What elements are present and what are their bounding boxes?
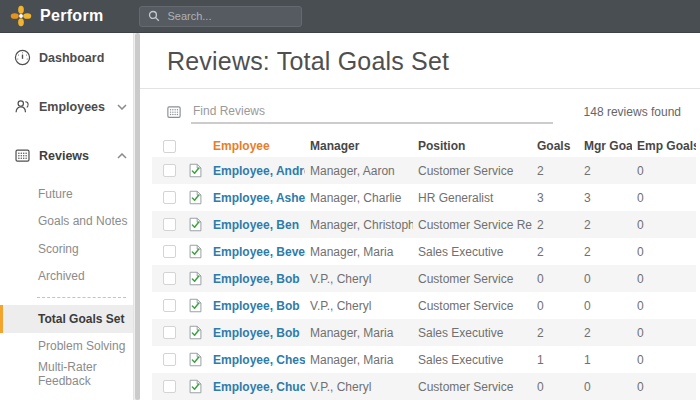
table-row: Employee, Andrew Manager, Aaron Customer… <box>152 157 696 184</box>
perform-logo-icon <box>10 5 32 27</box>
goals-cell: 0 <box>532 299 579 313</box>
row-checkbox[interactable] <box>163 245 176 258</box>
sidebar-scrollbar[interactable] <box>133 33 140 400</box>
global-search-input[interactable] <box>167 10 309 22</box>
column-header-employee[interactable]: Employee <box>208 139 305 153</box>
topbar: Perform <box>0 0 700 33</box>
column-header-position[interactable]: Position <box>413 139 532 153</box>
person-icon <box>13 97 33 117</box>
review-doc-check-icon[interactable] <box>188 325 203 340</box>
page-title: Reviews: Total Goals Set <box>140 33 700 76</box>
row-checkbox[interactable] <box>163 218 176 231</box>
position-cell: Customer Service <box>413 380 532 394</box>
review-doc-check-icon[interactable] <box>188 217 203 232</box>
review-doc-check-icon[interactable] <box>188 163 203 178</box>
sidebar-item-archived[interactable]: Archived <box>0 263 140 291</box>
position-cell: Sales Executive <box>413 245 532 259</box>
employee-link[interactable]: Employee, Bob <box>213 299 300 313</box>
emp-goals-cell: 0 <box>632 245 696 259</box>
mgr-goals-cell: 2 <box>579 218 632 232</box>
row-checkbox[interactable] <box>163 299 176 312</box>
employee-link[interactable]: Employee, Beverly <box>213 245 305 259</box>
emp-goals-cell: 0 <box>632 191 696 205</box>
mgr-goals-cell: 2 <box>579 164 632 178</box>
find-reviews-input[interactable] <box>191 100 553 124</box>
review-doc-check-icon[interactable] <box>188 298 203 313</box>
review-doc-check-icon[interactable] <box>188 190 203 205</box>
goals-cell: 2 <box>532 164 579 178</box>
manager-cell: Manager, Christopher <box>305 218 413 232</box>
position-cell: Customer Service Rep. <box>413 218 532 232</box>
mgr-goals-cell: 3 <box>579 191 632 205</box>
brand-name: Perform <box>40 7 103 25</box>
position-cell: Sales Executive <box>413 326 532 340</box>
sidebar-divider <box>37 297 126 298</box>
row-checkbox[interactable] <box>163 353 176 366</box>
review-doc-check-icon[interactable] <box>188 352 203 367</box>
chevron-down-icon <box>117 104 127 110</box>
table-header-row: Employee Manager Position Goals Mgr Goal… <box>152 135 696 157</box>
results-count: 148 reviews found <box>584 105 681 119</box>
manager-cell: V.P., Cheryl <box>305 380 413 394</box>
sidebar-item-future[interactable]: Future <box>0 180 140 208</box>
employee-link[interactable]: Employee, Asher <box>213 191 305 205</box>
manager-cell: V.P., Cheryl <box>305 272 413 286</box>
review-doc-check-icon[interactable] <box>188 271 203 286</box>
sidebar-item-goals-and-notes[interactable]: Goals and Notes <box>0 208 140 236</box>
position-cell: Customer Service <box>413 272 532 286</box>
row-checkbox[interactable] <box>163 326 176 339</box>
review-doc-check-icon[interactable] <box>188 244 203 259</box>
table-row: Employee, Chuck V.P., Cheryl Customer Se… <box>152 373 696 400</box>
mgr-goals-cell: 2 <box>579 245 632 259</box>
goals-cell: 2 <box>532 218 579 232</box>
mgr-goals-cell: 0 <box>579 272 632 286</box>
mgr-goals-cell: 0 <box>579 380 632 394</box>
mgr-goals-cell: 0 <box>579 299 632 313</box>
column-header-goals[interactable]: Goals <box>532 139 579 153</box>
position-cell: Customer Service <box>413 299 532 313</box>
employee-link[interactable]: Employee, Ben <box>213 218 299 232</box>
row-checkbox[interactable] <box>163 164 176 177</box>
column-header-emp-goals[interactable]: Emp Goals <box>632 139 696 153</box>
employee-link[interactable]: Employee, Andrew <box>213 164 305 178</box>
table-row: Employee, Ben Manager, Christopher Custo… <box>152 211 696 238</box>
table-row: Employee, Asher Manager, Charlie HR Gene… <box>152 184 696 211</box>
sidebar-item-dashboard[interactable]: Dashboard <box>0 33 140 82</box>
sidebar-item-scoring[interactable]: Scoring <box>0 235 140 263</box>
position-cell: HR Generalist <box>413 191 532 205</box>
column-header-manager[interactable]: Manager <box>305 139 413 153</box>
sidebar-item-total-goals-set[interactable]: Total Goals Set <box>0 305 140 333</box>
row-checkbox[interactable] <box>163 191 176 204</box>
employee-link[interactable]: Employee, Bob <box>213 272 300 286</box>
sidebar-item-employees[interactable]: Employees <box>0 82 140 131</box>
emp-goals-cell: 0 <box>632 272 696 286</box>
manager-cell: V.P., Cheryl <box>305 299 413 313</box>
sidebar-item-problem-solving[interactable]: Problem Solving <box>0 333 140 361</box>
global-search-box[interactable] <box>139 6 302 27</box>
row-checkbox[interactable] <box>163 272 176 285</box>
employee-link[interactable]: Employee, Bob <box>213 326 300 340</box>
emp-goals-cell: 0 <box>632 380 696 394</box>
sidebar-item-label: Dashboard <box>39 51 104 65</box>
sidebar-item-reviews[interactable]: Reviews <box>0 131 140 180</box>
employee-link[interactable]: Employee, Chuck <box>213 380 305 394</box>
emp-goals-cell: 0 <box>632 218 696 232</box>
goals-cell: 2 <box>532 326 579 340</box>
position-cell: Sales Executive <box>413 353 532 367</box>
employee-link[interactable]: Employee, Chester <box>213 353 305 367</box>
reviews-grid-icon <box>13 146 33 166</box>
sidebar-item-multi-rater-feedback[interactable]: Multi-Rater Feedback <box>0 360 140 388</box>
sidebar-item-label: Employees <box>39 100 105 114</box>
review-doc-check-icon[interactable] <box>188 379 203 394</box>
manager-cell: Manager, Maria <box>305 353 413 367</box>
table-row: Employee, Beverly Manager, Maria Sales E… <box>152 238 696 265</box>
manager-cell: Manager, Charlie <box>305 191 413 205</box>
sidebar-scrollbar-thumb[interactable] <box>135 33 140 400</box>
mgr-goals-cell: 2 <box>579 326 632 340</box>
select-all-checkbox[interactable] <box>163 140 176 153</box>
column-header-mgr-goals[interactable]: Mgr Goals <box>579 139 632 153</box>
goals-cell: 1 <box>532 353 579 367</box>
row-checkbox[interactable] <box>163 380 176 393</box>
emp-goals-cell: 0 <box>632 164 696 178</box>
manager-cell: Manager, Maria <box>305 326 413 340</box>
